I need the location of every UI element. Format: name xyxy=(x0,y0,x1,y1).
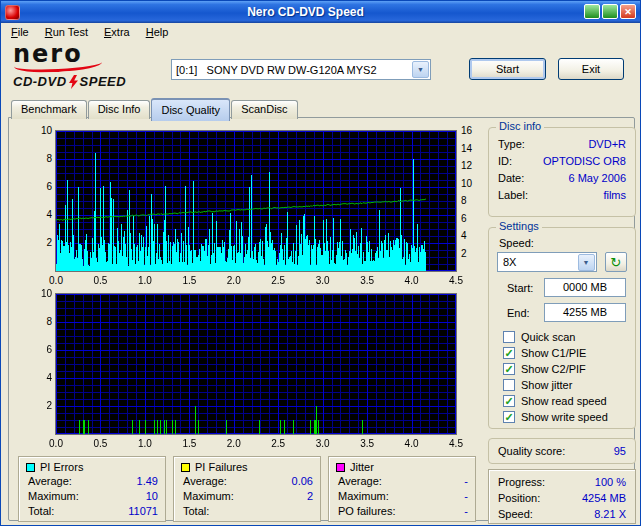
end-position-field[interactable]: 4255 MB xyxy=(544,303,626,322)
axis-tick-label: 2 xyxy=(30,237,52,248)
stat-value: - xyxy=(464,474,468,489)
dropdown-arrow-icon[interactable]: ▼ xyxy=(412,61,429,78)
position-row: Position: 4254 MB xyxy=(498,490,626,506)
axis-tick-label: 10 xyxy=(30,288,52,299)
axis-tick-label: 1.0 xyxy=(134,275,156,286)
stat-label: PO failures: xyxy=(338,504,395,519)
axis-tick-label: 8 xyxy=(30,153,52,164)
stat-value: 11071 xyxy=(128,504,158,519)
start-button[interactable]: Start xyxy=(469,58,546,80)
refresh-button[interactable]: ↻ xyxy=(605,252,627,272)
window-title: Nero CD-DVD Speed xyxy=(31,5,580,19)
speed-selector[interactable]: 8X ▼ xyxy=(497,252,597,272)
stat-label: Average: xyxy=(338,474,382,489)
axis-tick-label: 8 xyxy=(461,195,481,206)
nero-logo: nero CD-DVD SPEED xyxy=(13,43,165,93)
minimize-button[interactable] xyxy=(584,4,600,19)
checkbox-label: Show C2/PIF xyxy=(521,363,586,375)
stat-row: Maximum: 10 xyxy=(26,489,158,504)
checkbox-show-jitter[interactable]: Show jitter xyxy=(503,377,635,393)
checkbox-box[interactable]: ✓ xyxy=(503,363,515,375)
stat-row: Average: 0.06 xyxy=(181,474,313,489)
drive-selector[interactable]: [0:1] SONY DVD RW DW-G120A MYS2 ▼ xyxy=(171,59,431,80)
settings-group-title: Settings xyxy=(496,220,542,232)
stat-value: 2 xyxy=(307,489,313,504)
checkbox-show-write-speed[interactable]: ✓ Show write speed xyxy=(503,409,635,425)
axis-tick-label: 2.0 xyxy=(223,438,245,449)
title-bar[interactable]: Nero CD-DVD Speed ✕ xyxy=(1,1,640,23)
disc-date-label: Date: xyxy=(498,170,524,187)
disc-info-row: Date: 6 May 2006 xyxy=(489,170,635,187)
menu-extra[interactable]: Extra xyxy=(96,23,138,42)
exit-button[interactable]: Exit xyxy=(558,58,624,80)
axis-tick-label: 0.5 xyxy=(89,438,111,449)
checkbox-show-c2-pif[interactable]: ✓ Show C2/PIF xyxy=(503,361,635,377)
position-label: Position: xyxy=(498,490,540,506)
axis-tick-label: 4.5 xyxy=(445,438,467,449)
axis-tick-label: 6 xyxy=(461,213,481,224)
nero-cd-dvd-speed-window: Nero CD-DVD Speed ✕ File Run Test Extra … xyxy=(0,0,641,526)
menu-help[interactable]: Help xyxy=(138,23,177,42)
lightning-bolt-icon xyxy=(69,75,78,89)
progress-row: Progress: 100 % xyxy=(498,474,626,490)
stat-label: Maximum: xyxy=(338,489,389,504)
quality-score-label: Quality score: xyxy=(498,439,565,463)
axis-tick-label: 0.0 xyxy=(45,275,67,286)
axis-tick-label: 10 xyxy=(30,125,52,136)
tab-disc-info[interactable]: Disc Info xyxy=(88,100,151,119)
tab-disc-quality[interactable]: Disc Quality xyxy=(151,98,230,121)
app-icon xyxy=(5,5,20,20)
axis-tick-label: 4 xyxy=(30,372,52,383)
start-position-field[interactable]: 0000 MB xyxy=(544,278,626,297)
disc-info-group-title: Disc info xyxy=(496,120,544,132)
axis-tick-label: 0.5 xyxy=(89,275,111,286)
axis-tick-label: 2.0 xyxy=(223,275,245,286)
tab-scandisc[interactable]: ScanDisc xyxy=(231,100,297,119)
checkbox-box[interactable] xyxy=(503,331,515,343)
checkbox-box[interactable]: ✓ xyxy=(503,395,515,407)
checkbox-box[interactable]: ✓ xyxy=(503,347,515,359)
checkbox-show-c1-pie[interactable]: ✓ Show C1/PIE xyxy=(503,345,635,361)
axis-tick-label: 6 xyxy=(30,181,52,192)
axis-tick-label: 4.0 xyxy=(401,275,423,286)
titlebar-buttons: ✕ xyxy=(584,4,636,19)
pi-failures-chart-canvas xyxy=(56,294,456,434)
stat-label: Total: xyxy=(28,504,54,519)
stat-row: Total: 11071 xyxy=(26,504,158,519)
axis-tick-label: 4.0 xyxy=(401,438,423,449)
axis-tick-label: 4.5 xyxy=(445,275,467,286)
axis-tick-label: 4 xyxy=(30,209,52,220)
disc-date-value: 6 May 2006 xyxy=(569,170,626,187)
checkbox-label: Show read speed xyxy=(521,395,607,407)
axis-tick-label: 1.5 xyxy=(178,275,200,286)
dropdown-arrow-icon[interactable]: ▼ xyxy=(578,254,595,271)
stat-label: Maximum: xyxy=(28,489,79,504)
progress-label: Progress: xyxy=(498,474,545,490)
pi-errors-swatch xyxy=(26,463,35,472)
pi-failures-swatch xyxy=(181,463,190,472)
jitter-title: Jitter xyxy=(350,461,374,473)
close-button[interactable]: ✕ xyxy=(620,4,636,19)
drive-selector-value: [0:1] SONY DVD RW DW-G120A MYS2 xyxy=(172,64,411,76)
tab-benchmark[interactable]: Benchmark xyxy=(11,100,87,119)
checkbox-quick-scan[interactable]: Quick scan xyxy=(503,329,635,345)
speed-row-value: 8.21 X xyxy=(594,506,626,522)
axis-tick-label: 1.5 xyxy=(178,438,200,449)
maximize-button[interactable] xyxy=(602,4,618,19)
speed-label: Speed: xyxy=(499,237,635,249)
checkbox-box[interactable] xyxy=(503,379,515,391)
stat-row: Average: 1.49 xyxy=(26,474,158,489)
checkbox-box[interactable]: ✓ xyxy=(503,411,515,423)
disc-info-group: Disc info Type: DVD+R ID: OPTODISC OR8 D… xyxy=(488,127,636,217)
axis-tick-label: 3.5 xyxy=(356,275,378,286)
checkbox-show-read-speed[interactable]: ✓ Show read speed xyxy=(503,393,635,409)
progress-panel: Progress: 100 % Position: 4254 MB Speed:… xyxy=(488,469,636,524)
axis-tick-label: 2 xyxy=(461,248,481,259)
axis-tick-label: 10 xyxy=(461,178,481,189)
stat-row: Average: - xyxy=(336,474,468,489)
pi-failures-summary: PI Failures Average: 0.06 Maximum: 2 Tot… xyxy=(173,456,321,522)
tab-bar: Benchmark Disc Info Disc Quality ScanDis… xyxy=(11,98,299,121)
checkbox-label: Show write speed xyxy=(521,411,608,423)
stat-label: Maximum: xyxy=(183,489,234,504)
stat-row: PO failures: - xyxy=(336,504,468,519)
